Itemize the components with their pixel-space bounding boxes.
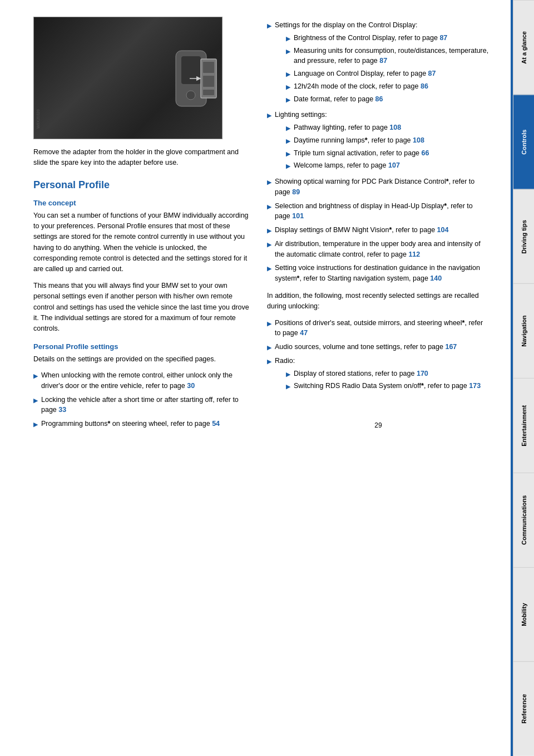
list-item: ▶ Switching RDS Radio Data System on/off… xyxy=(286,381,481,391)
settings-intro: Details on the settings are provided on … xyxy=(33,354,250,365)
arrow-icon: ▶ xyxy=(286,370,290,379)
list-item: ▶ Daytime running lamps*, refer to page … xyxy=(286,135,429,146)
arrow-icon: ▶ xyxy=(267,178,271,187)
sidebar-tab-mobility[interactable]: Mobility xyxy=(513,567,534,662)
arrow-icon: ▶ xyxy=(33,396,38,405)
page-number: 29 xyxy=(374,421,382,435)
arrow-icon: ▶ xyxy=(267,357,271,366)
nested-list: ▶ Pathway lighting, refer to page 108 ▶ … xyxy=(275,122,429,171)
arrow-icon: ▶ xyxy=(286,161,290,171)
concept-body-1: You can set a number of functions of you… xyxy=(33,210,250,275)
sidebar-tab-navigation[interactable]: Navigation xyxy=(513,283,534,378)
arrow-icon: ▶ xyxy=(33,371,38,381)
star-marker: * xyxy=(462,319,465,327)
list-item: ▶ Setting voice instructions for destina… xyxy=(267,263,490,284)
arrow-icon: ▶ xyxy=(286,82,290,92)
image-caption: Remove the adapter from the holder in th… xyxy=(33,147,250,168)
left-bullet-list: ▶ When unlocking with the remote control… xyxy=(33,370,250,429)
arrow-icon: ▶ xyxy=(286,34,290,43)
list-item: ▶ Audio sources, volume and tone setting… xyxy=(267,342,490,352)
arrow-icon: ▶ xyxy=(286,149,290,159)
right-bullet-list: ▶ Settings for the display on the Contro… xyxy=(267,20,490,284)
arrow-icon: ▶ xyxy=(267,343,271,352)
star-marker: * xyxy=(389,226,392,234)
nested-list: ▶ Brightness of the Control Display, ref… xyxy=(275,33,490,105)
right-column: ▶ Settings for the display on the Contro… xyxy=(267,17,490,734)
car-image-svg: W0X20320 xyxy=(34,17,222,139)
arrow-icon: ▶ xyxy=(33,420,38,429)
svg-text:W0X20320: W0X20320 xyxy=(36,109,40,129)
list-item: ▶ Locking the vehicle after a short time… xyxy=(33,395,250,416)
star-marker: * xyxy=(421,382,424,390)
arrow-icon: ▶ xyxy=(267,202,271,212)
star-marker: * xyxy=(446,178,449,185)
list-item: ▶ Brightness of the Control Display, ref… xyxy=(286,33,490,43)
arrow-icon: ▶ xyxy=(267,264,271,273)
chapter-sidebar[interactable]: At a glance Controls Driving tips Naviga… xyxy=(513,0,534,756)
sidebar-tab-at-a-glance[interactable]: At a glance xyxy=(513,0,534,95)
list-item: ▶ Display of stored stations, refer to p… xyxy=(286,369,481,379)
list-item: ▶ Air distribution, temperature in the u… xyxy=(267,239,490,260)
arrow-icon: ▶ xyxy=(286,136,290,146)
star-marker: * xyxy=(297,274,300,282)
list-item: ▶ When unlocking with the remote control… xyxy=(33,370,250,391)
left-column: W0X20320 Remove the adapter from the hol… xyxy=(33,17,250,734)
svg-rect-4 xyxy=(203,62,214,73)
spare-key-image: W0X20320 xyxy=(33,17,222,139)
list-item: ▶ Positions of driver's seat, outside mi… xyxy=(267,318,490,339)
list-item: ▶ Display settings of BMW Night Vision*,… xyxy=(267,225,490,235)
arrow-icon: ▶ xyxy=(267,111,271,120)
list-item: ▶ Welcome lamps, refer to page 107 xyxy=(286,160,429,171)
star-marker: * xyxy=(108,420,111,428)
also-recalled-intro: In addition, the following, most recentl… xyxy=(267,291,490,312)
arrow-icon: ▶ xyxy=(286,382,290,391)
page-link-33: 33 xyxy=(58,406,66,414)
arrow-icon: ▶ xyxy=(286,70,290,79)
list-item: ▶ Showing optical warning for PDC Park D… xyxy=(267,176,490,198)
list-item: ▶ Selection and brightness of display in… xyxy=(267,201,490,222)
sidebar-tab-driving-tips[interactable]: Driving tips xyxy=(513,189,534,284)
arrow-icon: ▶ xyxy=(267,21,271,31)
page-link-30: 30 xyxy=(187,382,195,390)
list-item: ▶ Lighting settings: ▶ Pathway lighting,… xyxy=(267,110,490,173)
personal-profile-title: Personal Profile xyxy=(33,179,250,191)
star-marker: * xyxy=(444,202,447,210)
svg-rect-5 xyxy=(203,76,214,87)
arrow-icon: ▶ xyxy=(286,124,290,133)
nested-list: ▶ Display of stored stations, refer to p… xyxy=(275,369,481,392)
arrow-icon: ▶ xyxy=(267,240,271,249)
concept-body-2: This means that you will always find you… xyxy=(33,281,250,335)
page-footer: 29 xyxy=(267,410,490,435)
arrow-icon: ▶ xyxy=(267,226,271,235)
svg-point-2 xyxy=(186,91,195,100)
list-item: ▶ Language on Control Display, refer to … xyxy=(286,68,490,79)
sidebar-tab-controls[interactable]: Controls xyxy=(513,95,534,189)
star-marker: * xyxy=(365,136,368,144)
arrow-icon: ▶ xyxy=(286,47,290,56)
arrow-icon: ▶ xyxy=(286,95,290,105)
sidebar-tab-entertainment[interactable]: Entertainment xyxy=(513,378,534,473)
list-item: ▶ Settings for the display on the Contro… xyxy=(267,20,490,106)
list-item: ▶ Measuring units for consumption, route… xyxy=(286,46,490,67)
list-item: ▶ 12h/24h mode of the clock, refer to pa… xyxy=(286,81,490,92)
list-item: ▶ Programming buttons* on steering wheel… xyxy=(33,419,250,429)
page-link-54: 54 xyxy=(212,420,220,428)
svg-rect-1 xyxy=(181,56,201,84)
sidebar-tab-reference[interactable]: Reference xyxy=(513,661,534,756)
settings-title: Personal Profile settings xyxy=(33,342,250,351)
list-item: ▶ Pathway lighting, refer to page 108 xyxy=(286,122,429,133)
list-item: ▶ Radio: ▶ Display of stored stations, r… xyxy=(267,356,490,394)
also-recalled-list: ▶ Positions of driver's seat, outside mi… xyxy=(267,318,490,394)
list-item: ▶ Triple turn signal activation, refer t… xyxy=(286,148,429,159)
svg-rect-6 xyxy=(203,90,214,95)
sidebar-tab-communications[interactable]: Communications xyxy=(513,473,534,567)
concept-title: The concept xyxy=(33,199,250,207)
list-item: ▶ Date format, refer to page 86 xyxy=(286,94,490,105)
arrow-icon: ▶ xyxy=(267,319,271,328)
